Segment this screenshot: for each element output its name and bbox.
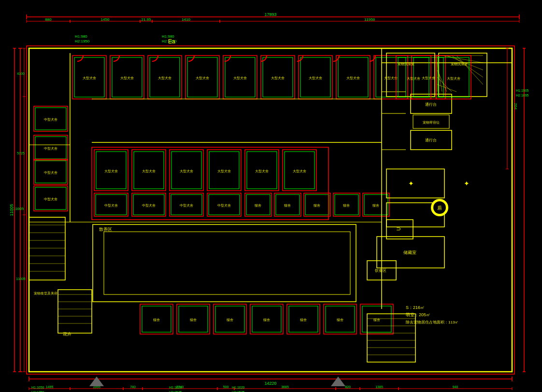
floor-plan-canvas [0, 0, 542, 392]
